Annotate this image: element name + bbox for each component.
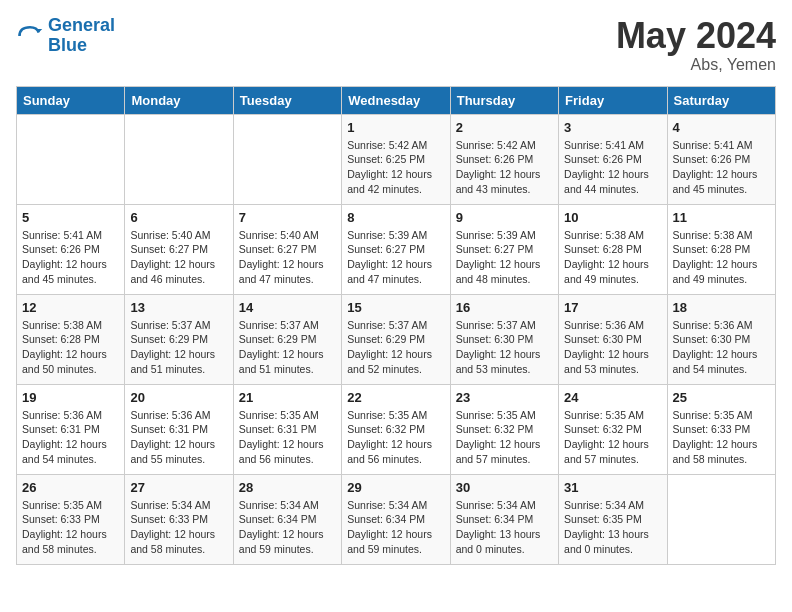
month-title: May 2024 [616, 16, 776, 56]
header-wednesday: Wednesday [342, 86, 450, 114]
day-info: Sunrise: 5:36 AM Sunset: 6:31 PM Dayligh… [22, 408, 119, 467]
day-cell: 31Sunrise: 5:34 AM Sunset: 6:35 PM Dayli… [559, 474, 667, 564]
day-info: Sunrise: 5:34 AM Sunset: 6:33 PM Dayligh… [130, 498, 227, 557]
day-number: 5 [22, 210, 119, 225]
day-info: Sunrise: 5:35 AM Sunset: 6:33 PM Dayligh… [673, 408, 770, 467]
header-monday: Monday [125, 86, 233, 114]
day-cell: 19Sunrise: 5:36 AM Sunset: 6:31 PM Dayli… [17, 384, 125, 474]
day-number: 21 [239, 390, 336, 405]
day-info: Sunrise: 5:37 AM Sunset: 6:29 PM Dayligh… [130, 318, 227, 377]
calendar-table: SundayMondayTuesdayWednesdayThursdayFrid… [16, 86, 776, 565]
day-number: 30 [456, 480, 553, 495]
day-number: 27 [130, 480, 227, 495]
day-cell [233, 114, 341, 204]
day-info: Sunrise: 5:35 AM Sunset: 6:32 PM Dayligh… [347, 408, 444, 467]
day-cell [667, 474, 775, 564]
day-number: 2 [456, 120, 553, 135]
day-number: 31 [564, 480, 661, 495]
day-info: Sunrise: 5:35 AM Sunset: 6:32 PM Dayligh… [456, 408, 553, 467]
day-number: 13 [130, 300, 227, 315]
day-cell: 18Sunrise: 5:36 AM Sunset: 6:30 PM Dayli… [667, 294, 775, 384]
day-number: 6 [130, 210, 227, 225]
day-cell: 6Sunrise: 5:40 AM Sunset: 6:27 PM Daylig… [125, 204, 233, 294]
day-cell: 4Sunrise: 5:41 AM Sunset: 6:26 PM Daylig… [667, 114, 775, 204]
day-cell: 30Sunrise: 5:34 AM Sunset: 6:34 PM Dayli… [450, 474, 558, 564]
day-info: Sunrise: 5:38 AM Sunset: 6:28 PM Dayligh… [673, 228, 770, 287]
day-info: Sunrise: 5:40 AM Sunset: 6:27 PM Dayligh… [130, 228, 227, 287]
week-row-1: 1Sunrise: 5:42 AM Sunset: 6:25 PM Daylig… [17, 114, 776, 204]
day-number: 29 [347, 480, 444, 495]
day-info: Sunrise: 5:35 AM Sunset: 6:33 PM Dayligh… [22, 498, 119, 557]
day-cell: 27Sunrise: 5:34 AM Sunset: 6:33 PM Dayli… [125, 474, 233, 564]
day-cell: 5Sunrise: 5:41 AM Sunset: 6:26 PM Daylig… [17, 204, 125, 294]
day-number: 10 [564, 210, 661, 225]
day-cell: 16Sunrise: 5:37 AM Sunset: 6:30 PM Dayli… [450, 294, 558, 384]
logo-icon [16, 22, 44, 50]
page-header: General Blue May 2024 Abs, Yemen [16, 16, 776, 74]
week-row-4: 19Sunrise: 5:36 AM Sunset: 6:31 PM Dayli… [17, 384, 776, 474]
week-row-2: 5Sunrise: 5:41 AM Sunset: 6:26 PM Daylig… [17, 204, 776, 294]
day-info: Sunrise: 5:38 AM Sunset: 6:28 PM Dayligh… [22, 318, 119, 377]
day-number: 8 [347, 210, 444, 225]
header-sunday: Sunday [17, 86, 125, 114]
day-number: 26 [22, 480, 119, 495]
day-cell: 9Sunrise: 5:39 AM Sunset: 6:27 PM Daylig… [450, 204, 558, 294]
day-cell: 13Sunrise: 5:37 AM Sunset: 6:29 PM Dayli… [125, 294, 233, 384]
day-number: 24 [564, 390, 661, 405]
day-number: 16 [456, 300, 553, 315]
day-number: 28 [239, 480, 336, 495]
logo: General Blue [16, 16, 115, 56]
day-info: Sunrise: 5:34 AM Sunset: 6:34 PM Dayligh… [456, 498, 553, 557]
calendar-header-row: SundayMondayTuesdayWednesdayThursdayFrid… [17, 86, 776, 114]
header-saturday: Saturday [667, 86, 775, 114]
day-cell: 22Sunrise: 5:35 AM Sunset: 6:32 PM Dayli… [342, 384, 450, 474]
day-info: Sunrise: 5:42 AM Sunset: 6:26 PM Dayligh… [456, 138, 553, 197]
day-number: 18 [673, 300, 770, 315]
day-cell [125, 114, 233, 204]
day-cell: 28Sunrise: 5:34 AM Sunset: 6:34 PM Dayli… [233, 474, 341, 564]
day-cell: 7Sunrise: 5:40 AM Sunset: 6:27 PM Daylig… [233, 204, 341, 294]
day-info: Sunrise: 5:37 AM Sunset: 6:29 PM Dayligh… [239, 318, 336, 377]
day-cell: 2Sunrise: 5:42 AM Sunset: 6:26 PM Daylig… [450, 114, 558, 204]
day-number: 4 [673, 120, 770, 135]
day-cell: 21Sunrise: 5:35 AM Sunset: 6:31 PM Dayli… [233, 384, 341, 474]
day-cell: 29Sunrise: 5:34 AM Sunset: 6:34 PM Dayli… [342, 474, 450, 564]
day-info: Sunrise: 5:36 AM Sunset: 6:30 PM Dayligh… [673, 318, 770, 377]
day-number: 11 [673, 210, 770, 225]
day-cell [17, 114, 125, 204]
day-info: Sunrise: 5:36 AM Sunset: 6:31 PM Dayligh… [130, 408, 227, 467]
day-cell: 23Sunrise: 5:35 AM Sunset: 6:32 PM Dayli… [450, 384, 558, 474]
day-info: Sunrise: 5:41 AM Sunset: 6:26 PM Dayligh… [673, 138, 770, 197]
day-number: 19 [22, 390, 119, 405]
title-block: May 2024 Abs, Yemen [616, 16, 776, 74]
day-info: Sunrise: 5:35 AM Sunset: 6:32 PM Dayligh… [564, 408, 661, 467]
day-info: Sunrise: 5:34 AM Sunset: 6:34 PM Dayligh… [347, 498, 444, 557]
day-info: Sunrise: 5:35 AM Sunset: 6:31 PM Dayligh… [239, 408, 336, 467]
day-cell: 25Sunrise: 5:35 AM Sunset: 6:33 PM Dayli… [667, 384, 775, 474]
logo-line1: General [48, 15, 115, 35]
day-number: 20 [130, 390, 227, 405]
day-number: 22 [347, 390, 444, 405]
day-number: 7 [239, 210, 336, 225]
week-row-3: 12Sunrise: 5:38 AM Sunset: 6:28 PM Dayli… [17, 294, 776, 384]
day-info: Sunrise: 5:36 AM Sunset: 6:30 PM Dayligh… [564, 318, 661, 377]
day-info: Sunrise: 5:34 AM Sunset: 6:34 PM Dayligh… [239, 498, 336, 557]
day-info: Sunrise: 5:34 AM Sunset: 6:35 PM Dayligh… [564, 498, 661, 557]
day-cell: 17Sunrise: 5:36 AM Sunset: 6:30 PM Dayli… [559, 294, 667, 384]
day-cell: 11Sunrise: 5:38 AM Sunset: 6:28 PM Dayli… [667, 204, 775, 294]
day-info: Sunrise: 5:38 AM Sunset: 6:28 PM Dayligh… [564, 228, 661, 287]
day-number: 23 [456, 390, 553, 405]
day-number: 17 [564, 300, 661, 315]
day-cell: 20Sunrise: 5:36 AM Sunset: 6:31 PM Dayli… [125, 384, 233, 474]
logo-text: General Blue [48, 16, 115, 56]
day-number: 12 [22, 300, 119, 315]
day-cell: 8Sunrise: 5:39 AM Sunset: 6:27 PM Daylig… [342, 204, 450, 294]
day-number: 3 [564, 120, 661, 135]
day-cell: 26Sunrise: 5:35 AM Sunset: 6:33 PM Dayli… [17, 474, 125, 564]
day-cell: 14Sunrise: 5:37 AM Sunset: 6:29 PM Dayli… [233, 294, 341, 384]
day-number: 1 [347, 120, 444, 135]
week-row-5: 26Sunrise: 5:35 AM Sunset: 6:33 PM Dayli… [17, 474, 776, 564]
header-thursday: Thursday [450, 86, 558, 114]
day-info: Sunrise: 5:41 AM Sunset: 6:26 PM Dayligh… [22, 228, 119, 287]
day-info: Sunrise: 5:37 AM Sunset: 6:29 PM Dayligh… [347, 318, 444, 377]
